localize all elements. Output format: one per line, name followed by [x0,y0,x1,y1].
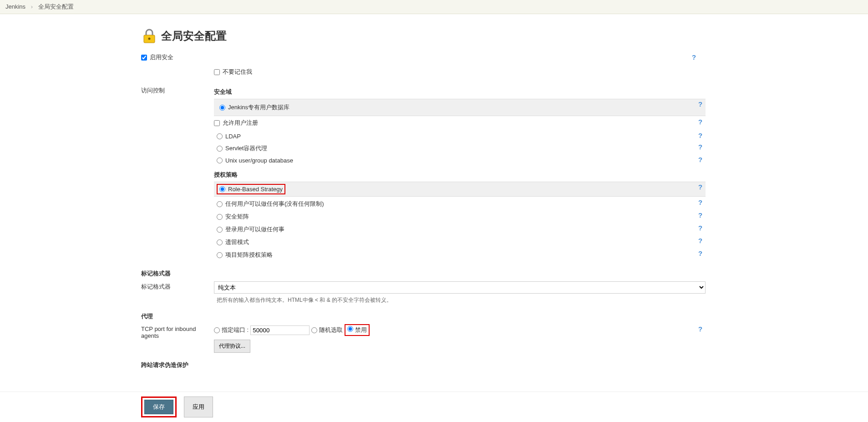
help-icon[interactable]: ? [698,249,706,257]
help-icon[interactable]: ? [698,100,706,107]
help-icon[interactable]: ? [698,132,706,139]
save-button[interactable]: 保存 [144,400,173,409]
agent-protocol-button[interactable]: 代理协议... [214,340,250,353]
help-icon[interactable]: ? [698,325,706,332]
remember-me-label: 不要记住我 [223,68,252,76]
breadcrumb-current: 全局安全配置 [38,3,74,10]
realm-unix-label: Unix user/group database [225,157,293,164]
authz-matrix-label: 安全矩阵 [225,213,249,221]
markup-formatter-select[interactable]: 纯文本 [214,281,706,294]
help-icon[interactable]: ? [698,198,706,206]
breadcrumb-root[interactable]: Jenkins [5,3,25,10]
authz-matrix-radio[interactable] [217,214,223,220]
help-icon[interactable]: ? [692,53,699,61]
tcp-disabled-radio[interactable] [347,326,353,332]
enable-security-checkbox[interactable] [141,55,147,61]
allow-signup-label: 允许用户注册 [223,119,258,127]
tcp-fixed-port-input[interactable] [250,325,310,335]
authz-project-matrix-label: 项目矩阵授权策略 [225,251,273,259]
authz-anyone-radio[interactable] [217,201,223,207]
markup-label: 标记格式器 [141,281,214,291]
markup-heading: 标记格式器 [141,269,706,278]
authz-project-matrix-radio[interactable] [217,252,223,258]
tcp-disabled-label: 禁用 [355,326,367,333]
enable-security-label: 启用安全 [150,53,173,61]
page-title: 全局安全配置 [161,29,227,43]
button-bar: 保存 应用 [0,391,868,409]
agent-heading: 代理 [141,312,706,320]
page-header: 全局安全配置 [141,28,706,44]
authz-legacy-radio[interactable] [217,239,223,245]
authz-heading: 授权策略 [214,171,706,179]
breadcrumb-separator: › [31,3,33,10]
markup-hint: 把所有的输入都当作纯文本。HTML中像 < 和 & 的不安全字符会被转义。 [214,296,706,304]
help-icon[interactable]: ? [698,143,706,150]
csrf-heading: 跨站请求伪造保护 [141,361,706,369]
help-icon[interactable]: ? [698,183,706,190]
role-based-highlight: Role-Based Strategy [217,184,285,194]
realm-unix-radio[interactable] [217,158,223,163]
apply-button[interactable]: 应用 [184,397,213,409]
breadcrumb: Jenkins › 全局安全配置 [0,0,868,14]
remember-me-checkbox[interactable] [214,69,220,75]
svg-point-1 [148,38,151,40]
realm-jenkins-db-label: Jenkins专有用户数据库 [228,103,289,112]
authz-role-based-radio[interactable] [219,186,225,192]
tcp-random-label: 随机选取 [319,326,343,334]
security-realm-heading: 安全域 [214,88,706,96]
tcp-random-radio[interactable] [311,327,317,333]
tcp-disabled-highlight: 禁用 [345,324,370,336]
lock-icon [141,28,157,44]
authz-logged-in-radio[interactable] [217,227,223,233]
tcp-port-label: TCP port for inbound agents [141,324,214,339]
tcp-fixed-label: 指定端口 : [222,326,249,334]
realm-servlet-label: Servlet容器代理 [225,144,267,153]
realm-ldap-radio[interactable] [217,133,223,139]
allow-signup-checkbox[interactable] [214,120,220,126]
authz-anyone-label: 任何用户可以做任何事(没有任何限制) [225,200,324,208]
tcp-fixed-radio[interactable] [214,327,220,333]
help-icon[interactable]: ? [698,118,706,125]
realm-jenkins-db-radio[interactable] [219,105,225,111]
save-highlight: 保存 [141,397,177,409]
authz-legacy-label: 遗留模式 [225,238,249,246]
help-icon[interactable]: ? [698,224,706,231]
authz-role-based-label: Role-Based Strategy [228,186,283,193]
enable-security-row: 启用安全 [141,53,706,61]
remember-me-row: 不要记住我 [214,68,706,76]
authz-logged-in-label: 登录用户可以做任何事 [225,225,284,234]
help-icon[interactable]: ? [698,156,706,163]
help-icon[interactable]: ? [698,237,706,244]
realm-ldap-label: LDAP [225,133,241,140]
realm-servlet-radio[interactable] [217,146,223,152]
access-control-label: 访问控制 [141,85,214,95]
help-icon[interactable]: ? [698,211,706,219]
